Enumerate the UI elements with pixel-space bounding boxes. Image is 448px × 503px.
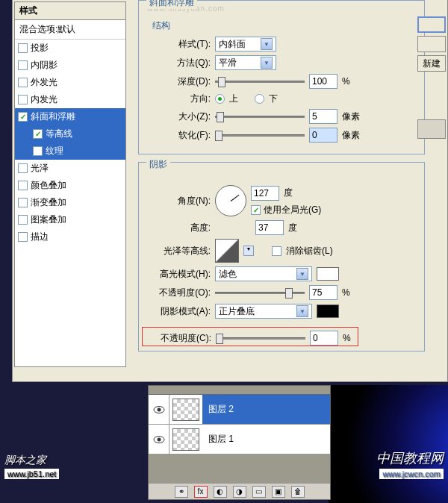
gloss-contour-picker[interactable] [215,239,239,263]
altitude-label: 高度: [143,222,211,234]
style-color-overlay[interactable]: 颜色叠加 [15,177,125,194]
checkbox[interactable] [18,78,28,87]
style-bevel-emboss[interactable]: 斜面和浮雕 [15,108,125,125]
layers-header [149,386,330,395]
visibility-toggle[interactable] [149,425,169,454]
angle-input[interactable] [251,186,279,201]
soften-input[interactable] [309,128,337,143]
style-select[interactable]: 内斜面▼ [215,37,276,51]
new-layer-icon[interactable]: ▣ [272,486,285,498]
blending-options[interactable]: 混合选项:默认 [15,20,125,40]
soften-label: 软化(F): [143,129,211,142]
style-texture[interactable]: 纹理 [15,143,125,160]
style-gradient-overlay[interactable]: 渐变叠加 [15,194,125,211]
new-style-button[interactable]: 新建 [417,55,446,72]
styles-list-panel: 样式 混合选项:默认 投影 内阴影 外发光 内发光 斜面和浮雕 等高线 纹理 光… [14,1,126,367]
technique-select[interactable]: 平滑▼ [215,55,276,70]
checkbox[interactable] [18,95,28,104]
chevron-down-icon: ▼ [261,38,273,50]
checkbox[interactable] [18,112,28,122]
style-contour[interactable]: 等高线 [15,125,125,143]
watermark-left-title: 脚本之家 [4,454,46,467]
visibility-toggle[interactable] [149,395,169,425]
angle-wheel[interactable] [215,185,246,216]
dialog-buttons: 新建 [417,16,447,142]
checkbox[interactable] [33,146,43,156]
layer-name[interactable]: 图层 2 [202,395,330,424]
chevron-down-icon: ▼ [261,57,273,69]
ok-button[interactable] [417,16,446,33]
style-satin[interactable]: 光泽 [15,160,125,177]
preview-swatch[interactable] [417,119,446,139]
highlight-color-swatch[interactable] [317,267,339,281]
svg-point-1 [157,407,161,411]
shadow-color-swatch[interactable] [317,304,339,318]
checkbox[interactable] [18,215,28,225]
settings-panel: 斜面和浮雕 结构 样式(T): 内斜面▼ 方法(Q): 平滑▼ 深度(D): %… [132,0,431,381]
layer-name[interactable]: 图层 1 [202,425,330,454]
global-light-checkbox[interactable] [251,205,261,215]
antialias-checkbox[interactable] [272,246,281,256]
checkbox[interactable] [18,198,28,207]
shading-fieldset: 阴影 角度(N): 度 使用全局光(G) 高度: 度 光泽等高线: ▼ [138,162,425,352]
style-inner-shadow[interactable]: 内阴影 [15,57,125,74]
shadow-mode-select[interactable]: 正片叠底▼ [215,304,312,319]
eye-icon [153,405,165,414]
technique-label: 方法(Q): [143,57,211,69]
checkbox[interactable] [33,129,43,139]
direction-up-radio[interactable] [215,94,225,104]
layer-row[interactable]: 图层 1 [149,425,330,454]
depth-slider[interactable] [215,75,305,88]
shadow-opacity-label: 不透明度(C): [144,332,211,345]
layers-toolbar: ⚭ fx ◐ ◑ ▭ ▣ 🗑 [149,483,330,499]
layer-style-dialog: www.missyuan.com 样式 混合选项:默认 投影 内阴影 外发光 内… [12,0,448,382]
link-icon[interactable]: ⚭ [175,486,188,498]
style-drop-shadow[interactable]: 投影 [15,40,125,57]
direction-label: 方向: [143,93,211,105]
highlight-annotation: 不透明度(C): % [142,327,358,346]
checkbox[interactable] [18,232,28,242]
style-label: 样式(T): [143,38,211,51]
highlight-opacity-input[interactable] [309,285,337,300]
shadow-opacity-slider[interactable] [216,331,305,345]
layers-panel: 图层 2 图层 1 ⚭ fx ◐ ◑ ▭ ▣ 🗑 [148,385,331,500]
checkbox[interactable] [18,43,28,53]
adjustment-icon[interactable]: ◑ [233,486,246,498]
cancel-button[interactable] [417,36,446,52]
highlight-opacity-slider[interactable] [215,286,305,299]
style-inner-glow[interactable]: 内发光 [15,91,125,108]
size-label: 大小(Z): [143,110,211,123]
layer-thumbnail[interactable] [172,428,199,451]
highlight-mode-select[interactable]: 滤色▼ [215,266,312,281]
svg-point-3 [157,437,161,441]
layer-thumbnail[interactable] [172,399,199,421]
bevel-fieldset: 斜面和浮雕 结构 样式(T): 内斜面▼ 方法(Q): 平滑▼ 深度(D): %… [138,0,425,154]
checkbox[interactable] [18,163,28,173]
watermark-right-title: 中国教程网 [376,449,444,467]
checkbox[interactable] [18,181,28,190]
folder-icon[interactable]: ▭ [252,486,266,498]
size-input[interactable] [309,109,337,124]
styles-header: 样式 [15,2,125,20]
style-pattern-overlay[interactable]: 图案叠加 [15,211,125,228]
shadow-mode-label: 阴影模式(A): [143,305,211,318]
shading-title: 阴影 [146,158,170,171]
structure-title: 结构 [152,19,420,32]
shadow-opacity-input[interactable] [310,331,338,346]
checkbox[interactable] [18,60,28,70]
chevron-down-icon[interactable]: ▼ [243,246,254,256]
altitude-input[interactable] [255,220,284,235]
trash-icon[interactable]: 🗑 [291,486,305,498]
direction-down-radio[interactable] [255,94,264,104]
depth-input[interactable] [309,74,337,89]
watermark-right-url: www.jcwcn.com [379,469,444,479]
size-slider[interactable] [215,110,305,123]
mask-icon[interactable]: ◐ [214,486,227,498]
style-outer-glow[interactable]: 外发光 [15,74,125,91]
fx-icon[interactable]: fx [194,486,208,498]
soften-slider[interactable] [215,128,305,142]
style-stroke[interactable]: 描边 [15,228,125,246]
layer-row[interactable]: 图层 2 [149,395,330,425]
angle-label: 角度(N): [143,195,211,207]
highlight-mode-label: 高光模式(H): [143,268,211,281]
